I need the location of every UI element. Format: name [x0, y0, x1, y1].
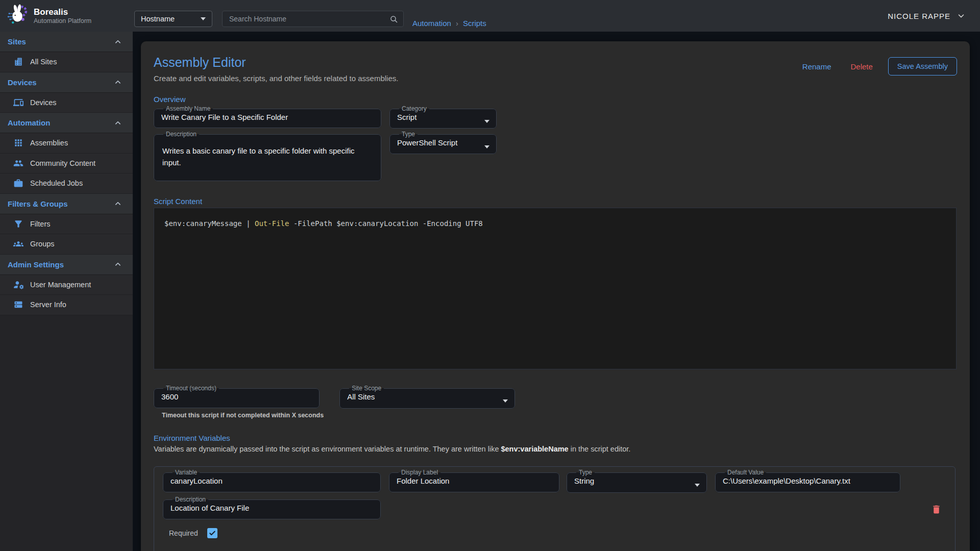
- assembly-name-label: Assembly Name: [163, 106, 213, 112]
- borealis-logo-icon: [6, 4, 30, 29]
- chevron-up-icon: [113, 260, 122, 269]
- dropdown-caret-icon: [503, 399, 508, 403]
- variable-type-select[interactable]: Type String: [567, 469, 707, 493]
- script-section-label: Script Content: [154, 197, 957, 206]
- variable-name-label: Variable: [173, 469, 200, 476]
- display-label-label: Display Label: [399, 469, 440, 476]
- category-label: Category: [399, 106, 429, 112]
- sidebar-section-admin-settings[interactable]: Admin Settings: [0, 255, 133, 275]
- variable-row-2: Description Location of Canary File: [163, 496, 946, 519]
- top-bar: Borealis Automation Platform Hostname Au…: [0, 0, 980, 32]
- delete-button[interactable]: Delete: [844, 58, 880, 75]
- sidebar-item-filters[interactable]: Filters: [0, 214, 133, 235]
- timeout-label: Timeout (seconds): [163, 385, 219, 392]
- assembly-editor-card: Assembly Editor Create and edit variable…: [141, 41, 970, 551]
- sidebar-section-label: Admin Settings: [8, 260, 113, 269]
- environment-section-label: Environment Variables: [154, 434, 957, 442]
- variable-row-1: Variable canaryLocation Display Label Fo…: [163, 469, 946, 493]
- sidebar-section-devices[interactable]: Devices: [0, 72, 133, 93]
- hostname-select-value: Hostname: [141, 15, 201, 23]
- delete-variable-button[interactable]: [931, 504, 942, 516]
- breadcrumb-scripts[interactable]: Scripts: [463, 19, 486, 28]
- brand-name: Borealis: [34, 7, 91, 17]
- search-icon: [389, 15, 399, 26]
- dropdown-caret-icon: [201, 17, 206, 20]
- sidebar-item-community-content[interactable]: Community Content: [0, 154, 133, 174]
- category-select[interactable]: Category Script: [389, 106, 497, 129]
- sidebar-section-label: Devices: [8, 78, 113, 87]
- sidebar-item-assemblies[interactable]: Assemblies: [0, 133, 133, 154]
- description-value[interactable]: Writes a basic canary file to a specific…: [160, 138, 375, 168]
- timeout-helper-text: Timeout this script if not completed wit…: [162, 412, 324, 419]
- sidebar-item-groups[interactable]: Groups: [0, 234, 133, 255]
- assembly-name-field[interactable]: Assembly Name Write Canary File to a Spe…: [154, 106, 381, 128]
- overview-section-label: Overview: [154, 95, 957, 104]
- search-input[interactable]: [223, 11, 403, 27]
- required-checkbox[interactable]: [207, 528, 217, 538]
- breadcrumb-separator: ›: [456, 19, 458, 28]
- brand-text: Borealis Automation Platform: [34, 7, 91, 25]
- sidebar-item-all-sites[interactable]: All Sites: [0, 52, 133, 72]
- dropdown-caret-icon: [484, 145, 489, 148]
- site-scope-select[interactable]: Site Scope All Sites: [339, 385, 515, 409]
- variable-description-value[interactable]: Location of Canary File: [169, 503, 374, 512]
- sidebar-section-filters-groups[interactable]: Filters & Groups: [0, 194, 133, 214]
- default-value-field[interactable]: Default Value C:\Users\example\Desktop\C…: [715, 469, 900, 492]
- required-label: Required: [169, 529, 198, 537]
- page-title: Assembly Editor: [154, 55, 398, 70]
- sidebar-section-automation[interactable]: Automation: [0, 113, 133, 133]
- sidebar-nav: SitesAll SitesDevicesDevicesAutomationAs…: [0, 32, 133, 315]
- search-box: [222, 11, 404, 27]
- chevron-up-icon: [113, 78, 122, 87]
- user-menu[interactable]: NICOLE RAPPE: [888, 0, 966, 32]
- description-field[interactable]: Description Writes a basic canary file t…: [154, 131, 381, 181]
- variable-description-field[interactable]: Description Location of Canary File: [163, 496, 381, 519]
- type-label: Type: [399, 131, 418, 138]
- dropdown-caret-icon: [695, 484, 700, 487]
- default-value-value[interactable]: C:\Users\example\Desktop\Canary.txt: [722, 476, 894, 485]
- sidebar-section-label: Filters & Groups: [8, 199, 113, 208]
- timeout-value[interactable]: 3600: [160, 392, 313, 401]
- chevron-up-icon: [113, 37, 122, 46]
- user-name: NICOLE RAPPE: [888, 12, 950, 20]
- variable-name-field[interactable]: Variable canaryLocation: [163, 469, 381, 492]
- sidebar-section-label: Sites: [8, 37, 113, 46]
- type-value: PowerShell Script: [396, 138, 490, 147]
- hostname-select[interactable]: Hostname: [134, 11, 212, 27]
- filter-icon: [13, 219, 23, 229]
- type-select[interactable]: Type PowerShell Script: [389, 131, 497, 154]
- brand-tagline: Automation Platform: [34, 17, 91, 25]
- default-value-label: Default Value: [725, 469, 766, 476]
- breadcrumb-automation[interactable]: Automation: [412, 19, 451, 28]
- sidebar-item-server-info[interactable]: Server Info: [0, 295, 133, 315]
- sidebar-item-user-management[interactable]: User Management: [0, 275, 133, 295]
- sidebar-item-scheduled-jobs[interactable]: Scheduled Jobs: [0, 173, 133, 194]
- script-content-editor[interactable]: $env:canaryMessage | Out-File -FilePath …: [154, 208, 957, 369]
- assembly-name-value[interactable]: Write Canary File to a Specific Folder: [160, 112, 375, 121]
- groups-icon: [13, 239, 23, 249]
- env-desc-suffix: in the script editor.: [569, 445, 631, 453]
- server-icon: [13, 299, 23, 310]
- devices-icon: [13, 97, 23, 108]
- brand: Borealis Automation Platform: [0, 0, 133, 32]
- variable-name-value[interactable]: canaryLocation: [169, 476, 374, 485]
- sidebar-item-devices[interactable]: Devices: [0, 93, 133, 113]
- variable-type-value: String: [573, 476, 700, 485]
- display-label-value[interactable]: Folder Location: [396, 476, 553, 485]
- sidebar-section-sites[interactable]: Sites: [0, 32, 133, 52]
- category-value: Script: [396, 112, 490, 121]
- trash-icon: [931, 509, 942, 516]
- building-icon: [13, 57, 23, 67]
- timeout-field[interactable]: Timeout (seconds) 3600: [154, 385, 320, 408]
- save-assembly-button[interactable]: Save Assembly: [888, 57, 957, 76]
- env-desc-prefix: Variables are dynamically passed into th…: [154, 445, 501, 453]
- chevron-up-icon: [113, 118, 122, 128]
- sidebar: SitesAll SitesDevicesDevicesAutomationAs…: [0, 32, 133, 551]
- chevron-down-icon: [957, 11, 966, 20]
- variable-description-label: Description: [173, 496, 208, 503]
- site-scope-value: All Sites: [346, 392, 508, 401]
- overview-row-2: Description Writes a basic canary file t…: [154, 131, 957, 181]
- rename-button[interactable]: Rename: [795, 58, 839, 75]
- display-label-field[interactable]: Display Label Folder Location: [389, 469, 559, 492]
- timeout-row: Timeout (seconds) 3600 Timeout this scri…: [154, 385, 957, 419]
